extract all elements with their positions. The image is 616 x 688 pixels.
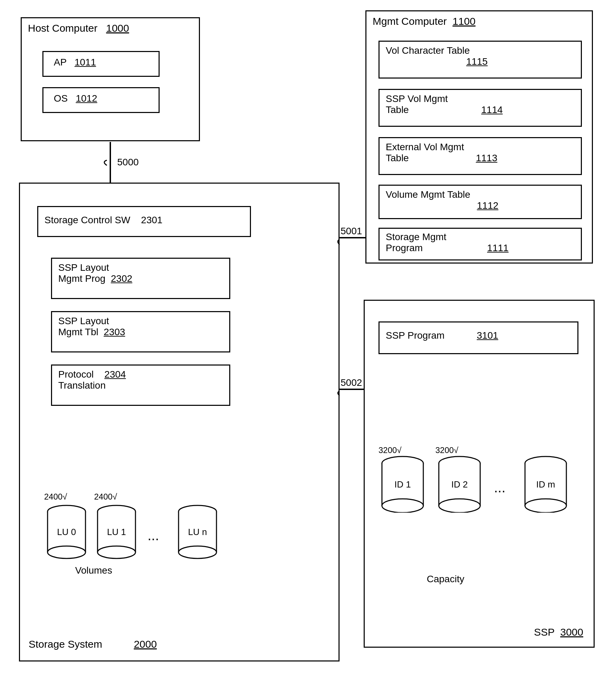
ssp-layout-tbl-ref: 2303 (104, 327, 125, 337)
protocol-trans-ref: 2304 (104, 369, 126, 380)
ssp-layout-prog-label: SSP Layout Mgmt Prog 2302 (58, 262, 132, 284)
capacity-label: Capacity (427, 574, 464, 585)
lun-cylinder: LU n (175, 504, 220, 561)
os-label: OS 1012 (54, 93, 97, 104)
lu0-ref: 2400√ (44, 492, 67, 502)
svg-point-28 (439, 499, 480, 513)
svg-text:5001: 5001 (341, 226, 362, 236)
ap-ref: 1011 (74, 57, 96, 68)
mgmt-computer-box: Mgmt Computer 1100 Vol Character Table 1… (365, 10, 593, 264)
lu1-cylinder: LU 1 2400√ (94, 504, 139, 561)
idm-cylinder: ID m (522, 456, 570, 514)
storage-control-sw-label: Storage Control SW 2301 (44, 215, 162, 226)
storage-control-sw-ref: 2301 (141, 215, 162, 225)
lu-dots: ... (148, 528, 159, 543)
svg-text:5000: 5000 (117, 157, 139, 167)
ssp-layout-tbl-label: SSP Layout Mgmt Tbl 2303 (58, 316, 125, 338)
mgmt-computer-ref: 1100 (453, 16, 476, 27)
svg-point-4 (48, 546, 85, 558)
protocol-trans-box: Protocol 2304 Translation (51, 364, 230, 406)
host-computer-box: Host Computer 1000 AP 1011 OS 1012 (21, 17, 200, 141)
ssp-box: SSP 3000 SSP Program 3101 ID 1 3200√ (364, 300, 595, 648)
storage-system-label: Storage System 2000 (29, 638, 157, 650)
svg-text:LU n: LU n (188, 527, 207, 537)
svg-text:LU 1: LU 1 (107, 527, 126, 537)
ssp-layout-prog-box: SSP Layout Mgmt Prog 2302 (51, 258, 230, 299)
storage-mgmt-prog-ref: 1111 (487, 243, 508, 253)
diagram: Host Computer 1000 AP 1011 OS 1012 Mgmt … (0, 0, 616, 688)
ssp-layout-prog-ref: 2302 (111, 273, 132, 284)
ssp-program-box: SSP Program 3101 (378, 321, 578, 354)
ssp-program-label: SSP Program 3101 (386, 330, 498, 341)
ssp-label: SSP 3000 (534, 626, 583, 638)
ext-vol-mgmt-label: External Vol Mgmt Table 1113 (386, 142, 497, 164)
svg-text:ID 1: ID 1 (394, 479, 411, 490)
svg-point-22 (382, 499, 423, 513)
ssp-vol-mgmt-box: SSP Vol Mgmt Table 1114 (378, 89, 582, 127)
os-box: OS 1012 (42, 87, 160, 113)
svg-text:LU 0: LU 0 (57, 527, 76, 537)
storage-mgmt-prog-box: Storage Mgmt Program 1111 (378, 228, 582, 260)
ssp-program-ref: 3101 (477, 330, 498, 341)
ap-box: AP 1011 (42, 51, 160, 77)
id2-ref: 3200√ (435, 445, 458, 455)
svg-text:5002: 5002 (341, 377, 362, 388)
svg-text:ID 2: ID 2 (451, 479, 468, 490)
os-ref: 1012 (76, 93, 97, 104)
vol-char-table-ref: 1115 (466, 56, 487, 67)
lu1-ref: 2400√ (94, 492, 117, 502)
volumes-label: Volumes (75, 565, 112, 576)
host-computer-ref: 1000 (106, 22, 129, 34)
ssp-ref: 3000 (560, 626, 583, 638)
vol-mgmt-table-ref: 1112 (477, 200, 498, 211)
vol-mgmt-table-box: Volume Mgmt Table 1112 (378, 185, 582, 219)
svg-point-10 (98, 546, 135, 558)
vol-char-table-label: Vol Character Table 1115 (386, 45, 488, 67)
ap-label: AP 1011 (54, 57, 96, 68)
storage-control-sw-box: Storage Control SW 2301 (37, 206, 251, 237)
svg-text:ID m: ID m (536, 479, 555, 490)
mgmt-computer-label: Mgmt Computer 1100 (373, 16, 475, 27)
lu0-cylinder: LU 0 2400√ (44, 504, 89, 561)
ssp-layout-tbl-box: SSP Layout Mgmt Tbl 2303 (51, 311, 230, 352)
vol-char-table-box: Vol Character Table 1115 (378, 41, 582, 79)
vol-mgmt-table-label: Volume Mgmt Table 1112 (386, 189, 498, 211)
host-computer-label: Host Computer 1000 (28, 22, 129, 34)
id1-ref: 3200√ (378, 445, 402, 455)
ssp-vol-mgmt-ref: 1114 (481, 104, 503, 115)
storage-system-box: Storage System 2000 Storage Control SW 2… (19, 183, 340, 661)
ext-vol-mgmt-box: External Vol Mgmt Table 1113 (378, 137, 582, 175)
storage-mgmt-prog-label: Storage Mgmt Program 1111 (386, 232, 508, 254)
id1-cylinder: ID 1 3200√ (378, 456, 427, 514)
id-dots: ... (494, 480, 505, 495)
storage-system-ref: 2000 (134, 638, 157, 650)
svg-point-16 (179, 546, 216, 558)
protocol-trans-label: Protocol 2304 Translation (58, 369, 126, 391)
ext-vol-mgmt-ref: 1113 (476, 153, 497, 163)
svg-point-34 (525, 499, 566, 513)
ssp-vol-mgmt-label: SSP Vol Mgmt Table 1114 (386, 93, 503, 115)
id2-cylinder: ID 2 3200√ (435, 456, 484, 514)
